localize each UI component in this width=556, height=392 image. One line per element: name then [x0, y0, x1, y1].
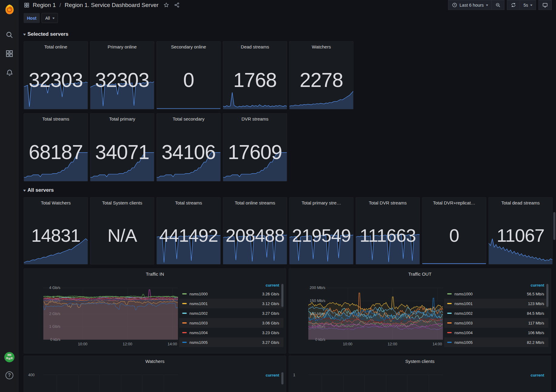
panel-title[interactable]: Watchers: [290, 42, 353, 49]
legend-row-nsms1000[interactable]: nsms100056.5 Mb/s: [444, 289, 548, 299]
stat-value: 68187: [24, 141, 88, 164]
series-name[interactable]: nsms1002: [454, 311, 527, 316]
panel-title[interactable]: Total streams: [24, 114, 88, 121]
legend-scrollbar[interactable]: [546, 284, 548, 307]
dashboard-content: ▾ Selected servers Total online32303Prim…: [19, 23, 556, 392]
star-icon[interactable]: [163, 2, 169, 8]
search-icon[interactable]: [4, 29, 15, 41]
traffic-out-plot[interactable]: 200 Mb/s150 Mb/s100 Mb/s50 Mb/s0 kb/s10:…: [308, 288, 443, 340]
variable-host-value-dropdown[interactable]: All ▾: [42, 13, 58, 23]
legend-row-nsms1003[interactable]: nsms10033.06 Gb/s: [179, 318, 283, 328]
series-name[interactable]: nsms1000: [454, 292, 527, 296]
refresh-interval-picker[interactable]: 5s ▾: [520, 0, 536, 10]
row-header-all-servers[interactable]: ▾ All servers: [24, 184, 556, 197]
row-header-selected-servers[interactable]: ▾ Selected servers: [24, 28, 556, 41]
panel-title[interactable]: Watchers: [24, 356, 286, 364]
legend-row-nsms1002[interactable]: nsms10023.27 Gb/s: [179, 308, 283, 318]
panel-title[interactable]: Secondary online: [157, 42, 220, 49]
traffic-charts-row: Traffic IN 4 Gb/s3 Gb/s2 Gb/s1 Gb/s0 kb/…: [24, 268, 556, 354]
legend-current-header[interactable]: current: [179, 282, 283, 289]
series-name[interactable]: nsms1004: [189, 331, 262, 335]
panel-title[interactable]: Total online streams: [223, 198, 287, 205]
chevron-down-icon: ▾: [23, 32, 26, 36]
top-navbar: Region 1 / Region 1. Service Dashboard S…: [19, 0, 556, 10]
panel-title[interactable]: Total primary stre…: [290, 198, 353, 205]
help-icon[interactable]: ?: [4, 370, 15, 381]
x-axis-tick: 10:00: [78, 342, 87, 346]
stat-value: 2278: [290, 68, 353, 91]
traffic-in-plot[interactable]: 4 Gb/s3 Gb/s2 Gb/s1 Gb/s0 kb/s10:0012:00…: [43, 288, 178, 340]
share-icon[interactable]: [174, 2, 180, 8]
legend-current-header[interactable]: current: [266, 373, 279, 377]
zoom-out-button[interactable]: [492, 0, 504, 10]
variable-host-label[interactable]: Host: [24, 13, 40, 23]
legend-row-nsms1000[interactable]: nsms10003.26 Gb/s: [179, 289, 283, 299]
panel-title[interactable]: System clients: [289, 356, 551, 364]
chevron-down-icon: ▾: [530, 3, 532, 7]
panel-title[interactable]: Primary online: [90, 42, 154, 49]
legend-row-nsms1004[interactable]: nsms1004106 Mb/s: [444, 328, 548, 337]
series-color-swatch: [447, 293, 452, 294]
legend-scrollbar[interactable]: [281, 372, 283, 384]
dashboards-icon[interactable]: [4, 48, 15, 59]
series-name[interactable]: nsms1001: [454, 301, 528, 306]
chart-series: [43, 288, 178, 340]
stat-row-selected-1: Total online32303Primary online32303Seco…: [24, 41, 556, 109]
row-header-label: All servers: [28, 187, 54, 193]
time-range-label: Last 6 hours: [460, 3, 484, 8]
series-color-swatch: [182, 322, 187, 324]
stat-panel-total-primary: Total primary34071: [90, 113, 154, 181]
panel-title[interactable]: Traffic IN: [24, 269, 286, 277]
page-scrollbar[interactable]: [553, 212, 555, 240]
series-current-value: 82.2 Mb/s: [527, 340, 544, 345]
series-name[interactable]: nsms1005: [454, 340, 527, 345]
alerting-bell-icon[interactable]: [4, 67, 15, 78]
legend-row-nsms1001[interactable]: nsms10013.12 Gb/s: [179, 299, 283, 308]
series-name[interactable]: nsms1000: [189, 292, 262, 296]
zoom-out-icon: [495, 2, 501, 8]
legend-current-header[interactable]: current: [444, 282, 548, 289]
breadcrumb-folder[interactable]: Region 1: [33, 2, 56, 8]
gridline: [308, 375, 443, 375]
series-color-swatch: [447, 332, 452, 333]
series-name[interactable]: nsms1005: [189, 340, 262, 345]
refresh-button[interactable]: [507, 0, 520, 10]
panel-title[interactable]: Total dead streams: [489, 198, 552, 205]
series-current-value: 3.12 Gb/s: [262, 301, 279, 306]
panel-title[interactable]: Total Watchers: [24, 198, 88, 205]
legend-current-header[interactable]: current: [531, 373, 544, 377]
panel-title[interactable]: Total DVR streams: [356, 198, 420, 205]
tv-mode-button[interactable]: [538, 0, 552, 10]
series-name[interactable]: nsms1001: [189, 301, 262, 306]
series-name[interactable]: nsms1003: [189, 321, 262, 325]
y-axis-tick: 1: [293, 373, 295, 377]
panel-title[interactable]: Total streams: [157, 198, 220, 205]
legend-row-nsms1003[interactable]: nsms1003117 Mb/s: [444, 318, 548, 328]
stat-panel-total-dead-streams: Total dead streams11067: [488, 197, 553, 264]
series-name[interactable]: nsms1002: [189, 311, 262, 316]
legend-row-nsms1002[interactable]: nsms100284.5 Mb/s: [444, 308, 548, 318]
gridline: [343, 375, 343, 392]
legend-row-nsms1005[interactable]: nsms100582.2 Mb/s: [444, 337, 548, 347]
legend-row-nsms1004[interactable]: nsms10043.23 Gb/s: [179, 328, 283, 337]
panel-title[interactable]: DVR streams: [223, 114, 287, 121]
panel-title[interactable]: Traffic OUT: [289, 269, 551, 277]
time-range-picker[interactable]: Last 6 hours ▾: [448, 0, 492, 10]
panel-traffic-out: Traffic OUT 200 Mb/s150 Mb/s100 Mb/s50 M…: [289, 268, 551, 354]
breadcrumb-dashboard-title[interactable]: Region 1. Service Dashboard Server: [65, 2, 158, 8]
series-name[interactable]: nsms1003: [454, 321, 528, 325]
legend-row-nsms1001[interactable]: nsms1001123 Mb/s: [444, 299, 548, 308]
panel-title[interactable]: Total secondary: [157, 114, 220, 121]
panel-title[interactable]: Total online: [24, 42, 88, 49]
panel-title[interactable]: Total DVR+replicat…: [422, 198, 486, 205]
panel-title[interactable]: Total System clients: [90, 198, 154, 205]
grafana-logo-icon[interactable]: [4, 4, 15, 15]
legend-row-nsms1005[interactable]: nsms10053.27 Gb/s: [179, 337, 283, 347]
panel-title[interactable]: Total primary: [90, 114, 154, 121]
panel-title[interactable]: Dead streams: [223, 42, 287, 49]
series-current-value: 3.27 Gb/s: [262, 311, 279, 316]
variables-row: Host All ▾: [19, 10, 556, 23]
user-avatar[interactable]: [4, 351, 15, 363]
series-name[interactable]: nsms1004: [454, 331, 528, 335]
legend-scrollbar[interactable]: [281, 284, 283, 307]
